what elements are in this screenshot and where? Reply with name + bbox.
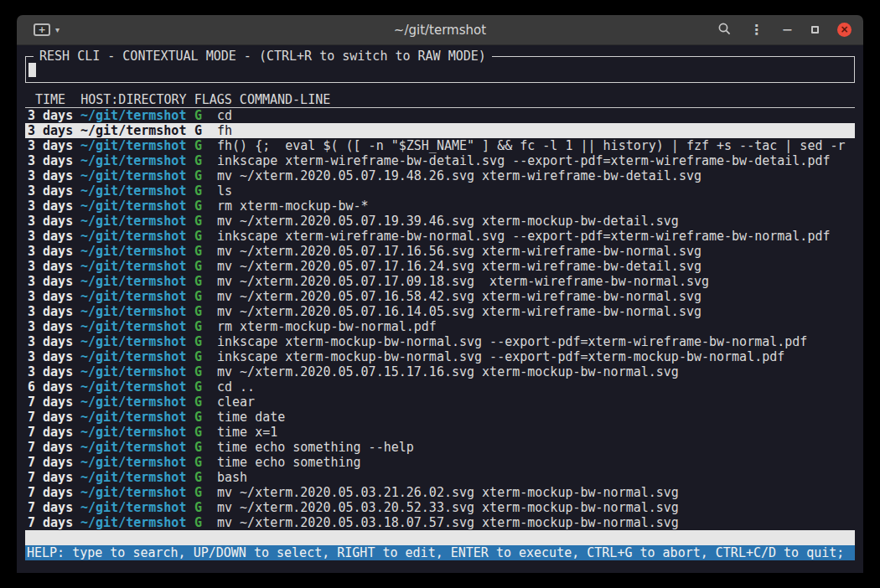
history-row[interactable]: 3 days ~/git/termshot G fh() {; eval $( … (25, 138, 855, 153)
row-time: 7 days (28, 455, 80, 470)
status-bar: 2020-05-08 00:34:56 tower:~/git/termshot… (25, 530, 855, 545)
row-command: fh (217, 123, 855, 138)
row-time: 7 days (28, 440, 80, 455)
row-time: 6 days (28, 379, 80, 395)
history-row[interactable]: 3 days ~/git/termshot G mv ~/xterm.2020.… (25, 168, 855, 183)
row-flags: G (194, 515, 217, 530)
row-host-dir: ~/git/termshot (80, 244, 194, 259)
history-row[interactable]: 7 days ~/git/termshot G clear (25, 395, 855, 410)
history-row[interactable]: 3 days ~/git/termshot G mv ~/xterm.2020.… (25, 364, 855, 379)
history-row[interactable]: 3 days ~/git/termshot G mv ~/xterm.2020.… (25, 274, 855, 289)
close-button[interactable]: × (837, 23, 852, 37)
row-host-dir: ~/git/termshot (80, 289, 194, 304)
row-time: 3 days (28, 229, 80, 244)
row-time: 3 days (28, 153, 80, 168)
history-row[interactable]: 3 days ~/git/termshot G mv ~/xterm.2020.… (25, 244, 855, 259)
history-row[interactable]: 3 days ~/git/termshot G fh (25, 123, 855, 138)
titlebar: + ▾ ~/git/termshot ⋮ − (17, 15, 863, 45)
titlebar-left: + ▾ (34, 23, 60, 36)
search-input-box[interactable]: RESH CLI - CONTEXTUAL MODE - (CTRL+R to … (25, 56, 855, 83)
history-row[interactable]: 3 days ~/git/termshot G rm xterm-mockup-… (25, 319, 855, 334)
row-flags: G (194, 425, 217, 440)
history-row[interactable]: 7 days ~/git/termshot G time x=1 (25, 425, 855, 440)
history-row[interactable]: 7 days ~/git/termshot G time echo someth… (25, 440, 855, 455)
row-flags: G (194, 455, 217, 470)
row-command: inkscape xterm-mockup-bw-normal.svg --ex… (217, 349, 855, 364)
row-host-dir: ~/git/termshot (80, 334, 194, 349)
row-host-dir: ~/git/termshot (80, 153, 194, 168)
row-flags: G (194, 244, 217, 259)
restore-icon (811, 26, 819, 34)
row-time: 3 days (28, 138, 80, 153)
new-terminal-icon: + (34, 23, 50, 36)
row-time: 3 days (28, 168, 80, 183)
history-row[interactable]: 7 days ~/git/termshot G mv ~/xterm.2020.… (25, 515, 855, 530)
history-row[interactable]: 7 days ~/git/termshot G mv ~/xterm.2020.… (25, 485, 855, 500)
row-flags: G (194, 214, 217, 229)
row-time: 3 days (28, 364, 80, 379)
row-command: mv ~/xterm.2020.05.07.19.48.26.svg xterm… (217, 168, 855, 183)
row-time: 3 days (28, 214, 80, 229)
search-icon (717, 22, 732, 39)
row-command: time echo something --help (217, 440, 855, 455)
history-row[interactable]: 3 days ~/git/termshot G mv ~/xterm.2020.… (25, 214, 855, 229)
row-flags: G (194, 259, 217, 274)
row-flags: G (194, 470, 217, 485)
row-command: bash (217, 470, 855, 485)
row-host-dir: ~/git/termshot (80, 425, 194, 440)
titlebar-right: ⋮ − × (717, 22, 852, 39)
row-host-dir: ~/git/termshot (80, 470, 194, 485)
history-row[interactable]: 3 days ~/git/termshot G rm xterm-mockup-… (25, 199, 855, 214)
row-host-dir: ~/git/termshot (80, 229, 194, 244)
history-row[interactable]: 3 days ~/git/termshot G cd (25, 108, 855, 123)
row-time: 3 days (28, 108, 80, 123)
row-host-dir: ~/git/termshot (80, 108, 194, 123)
row-command: mv ~/xterm.2020.05.07.16.58.42.svg xterm… (217, 289, 855, 304)
new-terminal-button[interactable]: + ▾ (34, 23, 60, 36)
history-header: TIME HOST:DIRECTORY FLAGS COMMAND-LINE (25, 93, 855, 108)
minimize-button[interactable]: − (782, 22, 793, 38)
row-time: 3 days (28, 199, 80, 214)
search-button[interactable] (717, 22, 732, 39)
row-time: 7 days (28, 395, 80, 410)
row-host-dir: ~/git/termshot (80, 274, 194, 289)
row-flags: G (194, 199, 217, 214)
history-row[interactable]: 3 days ~/git/termshot G inkscape xterm-m… (25, 334, 855, 349)
row-flags: G (194, 168, 217, 183)
history-row[interactable]: 3 days ~/git/termshot G ls (25, 183, 855, 199)
history-row[interactable]: 3 days ~/git/termshot G mv ~/xterm.2020.… (25, 289, 855, 304)
row-command: inkscape xterm-wireframe-bw-normal.svg -… (217, 229, 855, 244)
row-host-dir: ~/git/termshot (80, 379, 194, 395)
row-command: mv ~/xterm.2020.05.07.17.16.56.svg xterm… (217, 244, 855, 259)
row-command: ls (217, 183, 855, 199)
history-row[interactable]: 6 days ~/git/termshot G cd .. (25, 379, 855, 395)
row-time: 3 days (28, 259, 80, 274)
history-row[interactable]: 3 days ~/git/termshot G mv ~/xterm.2020.… (25, 304, 855, 319)
row-host-dir: ~/git/termshot (80, 515, 194, 530)
history-row[interactable]: 3 days ~/git/termshot G mv ~/xterm.2020.… (25, 259, 855, 274)
kebab-menu-icon: ⋮ (750, 22, 764, 38)
row-flags: G (194, 485, 217, 500)
row-host-dir: ~/git/termshot (80, 168, 194, 183)
row-command: mv ~/xterm.2020.05.03.20.52.33.svg xterm… (217, 500, 855, 515)
history-row[interactable]: 7 days ~/git/termshot G mv ~/xterm.2020.… (25, 500, 855, 515)
terminal-screen[interactable]: RESH CLI - CONTEXTUAL MODE - (CTRL+R to … (17, 45, 863, 573)
history-row[interactable]: 3 days ~/git/termshot G inkscape xterm-w… (25, 229, 855, 244)
restore-button[interactable] (811, 26, 819, 34)
row-time: 7 days (28, 515, 80, 530)
row-command: inkscape xterm-wireframe-bw-detail.svg -… (217, 153, 855, 168)
history-row[interactable]: 7 days ~/git/termshot G bash (25, 470, 855, 485)
row-host-dir: ~/git/termshot (80, 214, 194, 229)
history-row[interactable]: 7 days ~/git/termshot G time echo someth… (25, 455, 855, 470)
history-row[interactable]: 7 days ~/git/termshot G time date (25, 410, 855, 425)
row-flags: G (194, 364, 217, 379)
row-command: rm xterm-mockup-bw-* (217, 199, 855, 214)
row-time: 3 days (28, 319, 80, 334)
row-host-dir: ~/git/termshot (80, 395, 194, 410)
menu-button[interactable]: ⋮ (750, 22, 764, 38)
history-row[interactable]: 3 days ~/git/termshot G inkscape xterm-m… (25, 349, 855, 364)
row-command: clear (217, 395, 855, 410)
history-row[interactable]: 3 days ~/git/termshot G inkscape xterm-w… (25, 153, 855, 168)
row-command: inkscape xterm-mockup-bw-normal.svg --ex… (217, 334, 855, 349)
row-command: cd (217, 108, 855, 123)
